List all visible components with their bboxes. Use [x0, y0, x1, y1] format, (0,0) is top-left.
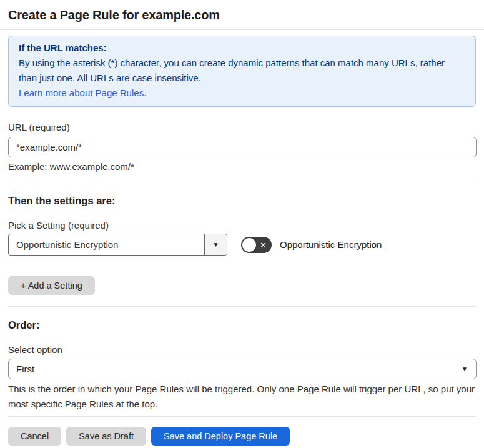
url-field-label: URL (required): [8, 122, 476, 132]
link-period: .: [144, 87, 146, 98]
order-dropdown-value: First: [9, 359, 476, 379]
setting-row: Opportunistic Encryption ▼ ✕ Opportunist…: [8, 234, 476, 256]
setting-dropdown[interactable]: Opportunistic Encryption ▼: [8, 234, 227, 256]
toggle-label: Opportunistic Encryption: [280, 239, 382, 250]
order-section-heading: Order:: [8, 319, 476, 331]
settings-section-divider: [8, 306, 476, 307]
add-setting-button[interactable]: + Add a Setting: [8, 276, 95, 295]
settings-section-heading: Then the settings are:: [8, 194, 476, 207]
title-divider: [0, 29, 484, 30]
toggle-off-x-icon: ✕: [260, 241, 267, 249]
toggle-knob: [242, 238, 256, 252]
info-box-heading: If the URL matches:: [19, 41, 465, 56]
url-matches-info-box: If the URL matches: By using the asteris…: [8, 36, 476, 107]
cancel-button[interactable]: Cancel: [8, 427, 61, 446]
pick-setting-label: Pick a Setting (required): [8, 220, 476, 231]
order-select-label: Select option: [8, 344, 476, 355]
url-input[interactable]: [8, 137, 477, 157]
info-box-body: By using the asterisk (*) character, you…: [19, 56, 465, 86]
setting-dropdown-arrow-button[interactable]: ▼: [204, 234, 227, 255]
chevron-down-icon: ▼: [462, 366, 468, 372]
chevron-down-icon: ▼: [213, 242, 219, 248]
info-box-link-line: Learn more about Page Rules.: [19, 86, 465, 101]
save-and-deploy-button[interactable]: Save and Deploy Page Rule: [151, 427, 290, 446]
learn-more-link[interactable]: Learn more about Page Rules: [19, 87, 144, 98]
url-example-helper: Example: www.example.com/*: [8, 161, 476, 172]
footer-divider: [8, 416, 476, 417]
url-section-divider: [8, 182, 476, 182]
page-title: Create a Page Rule for example.com: [8, 7, 476, 22]
setting-dropdown-value[interactable]: Opportunistic Encryption: [9, 234, 204, 255]
save-as-draft-button[interactable]: Save as Draft: [66, 427, 146, 446]
footer-button-row: Cancel Save as Draft Save and Deploy Pag…: [8, 427, 476, 446]
order-helper-text: This is the order in which your Page Rul…: [8, 382, 477, 412]
opportunistic-encryption-toggle[interactable]: ✕: [241, 237, 272, 253]
order-dropdown[interactable]: First ▼: [8, 359, 477, 379]
